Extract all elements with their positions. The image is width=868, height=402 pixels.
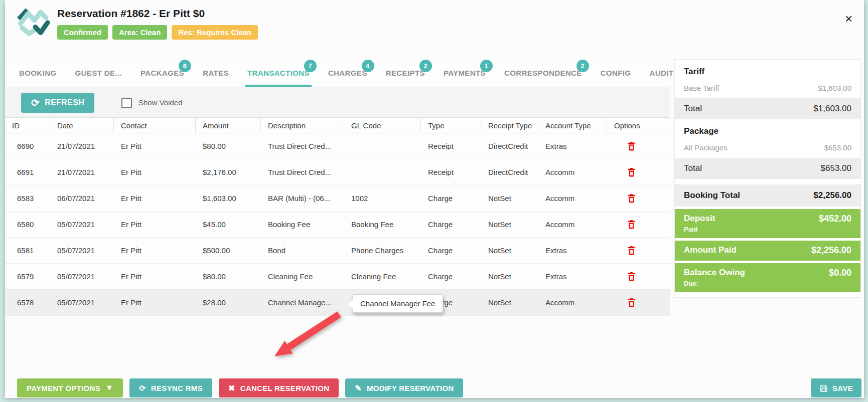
status-badge-confirmed: Confirmed xyxy=(57,25,108,40)
cancel-reservation-button[interactable]: ✖CANCEL RESERVATION xyxy=(219,378,339,397)
tab-bar: BOOKINGGUEST DE...PACKAGES6RATESTRANSACT… xyxy=(5,59,670,87)
table-row[interactable]: 669021/07/2021Er Pitt$80.00Trust Direct … xyxy=(5,133,670,159)
delete-transaction-button[interactable] xyxy=(627,167,636,177)
delete-transaction-button[interactable] xyxy=(627,193,636,203)
tab-label: TRANSACTIONS xyxy=(247,69,310,77)
cell-receipt-type: NotSet xyxy=(481,194,538,203)
resync-rms-button[interactable]: ⟳RESYNC RMS xyxy=(129,378,212,397)
trash-icon xyxy=(627,193,636,203)
tab-config[interactable]: CONFIG xyxy=(601,59,631,87)
cell-id: 6583 xyxy=(5,194,50,203)
cell-receipt-type: NotSet xyxy=(481,298,538,307)
delete-transaction-button[interactable] xyxy=(627,246,636,255)
close-icon[interactable]: × xyxy=(843,10,854,27)
column-header-receipt-type: Receipt Type xyxy=(481,118,538,133)
table-row[interactable]: 658105/07/2021Er Pitt$500.00BondPhone Ch… xyxy=(5,238,670,264)
highlight-sublabel: Paid xyxy=(684,226,715,233)
modify-reservation-button[interactable]: ✎MODIFY RESERVATION xyxy=(345,378,463,397)
summary-item-value: $1,603.00 xyxy=(818,84,851,92)
summary-total-row: Total$653.00 xyxy=(675,158,860,179)
trash-icon xyxy=(627,272,636,281)
highlight-label: Amount Paid xyxy=(684,245,737,255)
tab-receipts[interactable]: RECEIPTS2 xyxy=(386,59,425,87)
tab-label: PACKAGES xyxy=(140,69,184,77)
column-header-amount: Amount xyxy=(196,118,261,133)
highlight-sublabel: Due: xyxy=(684,280,745,287)
reservation-modal: Reservation #1862 - Er Pitt $0 Confirmed… xyxy=(5,0,864,398)
table-row[interactable]: 658306/07/2021Er Pitt$1,603.00BAR (Multi… xyxy=(5,185,670,212)
delete-transaction-button[interactable] xyxy=(627,298,636,307)
cell-date: 05/07/2021 xyxy=(50,246,114,255)
reservation-page: Reservation #1862 - Er Pitt $0 Confirmed… xyxy=(0,0,868,402)
tab-transactions[interactable]: TRANSACTIONS7 xyxy=(247,59,310,87)
cell-date: 05/07/2021 xyxy=(50,272,114,281)
delete-transaction-button[interactable] xyxy=(627,141,636,151)
tab-count-badge: 2 xyxy=(576,60,589,72)
tab-label: BOOKING xyxy=(19,69,56,77)
column-header-contact: Contact xyxy=(114,118,196,133)
highlight-value: $0.00 xyxy=(829,268,851,287)
summary-total-label: Total xyxy=(684,104,702,114)
cell-id: 6691 xyxy=(5,168,50,176)
cell-account-type: Accomm xyxy=(538,194,607,203)
tab-correspondence[interactable]: CORRESPONDENCE2 xyxy=(504,59,582,87)
refresh-icon: ⟳ xyxy=(31,97,40,109)
booking-total-value: $2,256.00 xyxy=(813,190,851,200)
highlight-labels: Balance OwingDue: xyxy=(684,268,745,287)
cell-type: Charge xyxy=(421,220,481,229)
cell-options xyxy=(607,246,665,255)
cell-description: Booking Fee xyxy=(261,220,344,229)
cell-date: 05/07/2021 xyxy=(50,298,114,307)
save-button[interactable]: SAVE xyxy=(811,378,861,397)
button-label: CANCEL RESERVATION xyxy=(240,384,330,392)
highlight-label: Deposit xyxy=(684,214,715,224)
description-tooltip: Channel Manager Fee xyxy=(352,294,443,313)
cell-contact: Er Pitt xyxy=(114,246,196,255)
delete-transaction-button[interactable] xyxy=(627,220,636,229)
summary-highlight-balance-owing: Balance OwingDue:$0.00 xyxy=(675,263,860,292)
cell-type: Charge xyxy=(421,272,481,281)
cell-contact: Er Pitt xyxy=(114,220,196,229)
rms-logo-icon xyxy=(16,6,50,40)
tab-charges[interactable]: CHARGES4 xyxy=(328,59,367,87)
cell-amount: $80.00 xyxy=(196,142,261,150)
cell-date: 05/07/2021 xyxy=(50,220,114,229)
show-voided-checkbox[interactable] xyxy=(121,98,132,108)
refresh-button[interactable]: ⟳ REFRESH xyxy=(21,93,94,113)
tab-guest-de[interactable]: GUEST DE... xyxy=(75,59,122,87)
table-row[interactable]: 669121/07/2021Er Pitt$2,176.00Trust Dire… xyxy=(5,159,670,185)
cell-contact: Er Pitt xyxy=(114,298,196,307)
tab-payments[interactable]: PAYMENTS1 xyxy=(444,59,486,87)
tab-label: CONFIG xyxy=(601,69,631,77)
tab-label: GUEST DE... xyxy=(75,69,122,77)
tab-rates[interactable]: RATES xyxy=(203,59,229,87)
summary-item-label: All Packages xyxy=(684,143,728,152)
tab-packages[interactable]: PACKAGES6 xyxy=(140,59,184,87)
column-header-gl-code: GL Code xyxy=(344,118,421,133)
summary-item-row: All Packages$653.00 xyxy=(675,140,860,155)
cell-account-type: Extras xyxy=(538,272,607,281)
booking-summary-panel: TariffBase Tariff$1,603.00Total$1,603.00… xyxy=(674,59,861,298)
payment-options-button[interactable]: PAYMENT OPTIONS▼ xyxy=(17,378,123,397)
trash-icon xyxy=(627,167,636,177)
table-row[interactable]: 657805/07/2021Er Pitt$28.00Channel Manag… xyxy=(5,290,670,316)
delete-transaction-button[interactable] xyxy=(627,272,636,281)
table-row[interactable]: 657905/07/2021Er Pitt$80.00Cleaning FeeC… xyxy=(5,264,670,290)
trash-icon xyxy=(627,298,636,307)
cell-description: Trust Direct Cred... xyxy=(261,168,344,176)
tab-booking[interactable]: BOOKING xyxy=(19,59,56,87)
tab-count-badge: 7 xyxy=(304,60,317,72)
tab-label: PAYMENTS xyxy=(444,69,486,77)
cell-type: Receipt xyxy=(421,168,481,176)
summary-section-title: Tariff xyxy=(675,60,860,80)
summary-total-row: Total$1,603.00 xyxy=(675,98,860,119)
cell-id: 6578 xyxy=(5,298,50,307)
cell-gl-code: Booking Fee xyxy=(344,220,421,229)
table-body: 669021/07/2021Er Pitt$80.00Trust Direct … xyxy=(5,133,670,316)
table-row[interactable]: 658005/07/2021Er Pitt$45.00Booking FeeBo… xyxy=(5,212,670,238)
cell-description: BAR (Multi) - (06... xyxy=(261,194,344,203)
status-badge-area-clean: Area: Clean xyxy=(112,25,167,40)
cell-account-type: Accomm xyxy=(538,298,607,307)
summary-section-title: Package xyxy=(675,119,860,140)
cell-options xyxy=(607,272,665,281)
